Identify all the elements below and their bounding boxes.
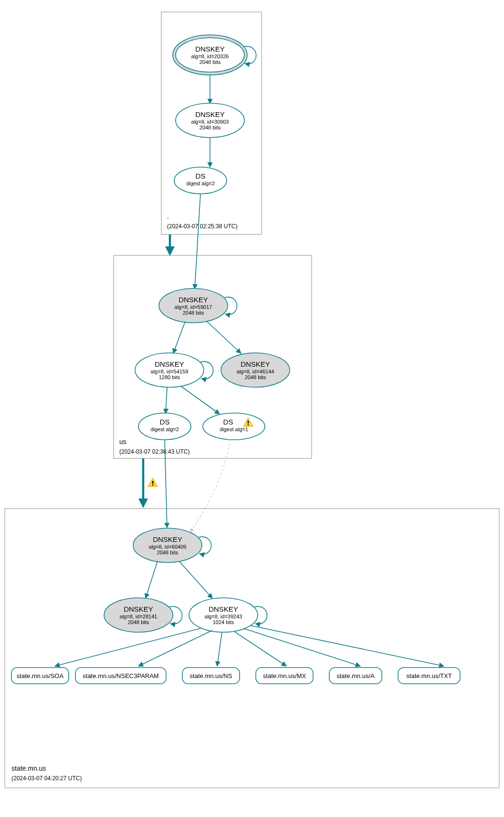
rrset-soa: state.mn.us/SOA [11, 668, 69, 684]
svg-text:alg=8, id=39243: alg=8, id=39243 [205, 614, 242, 619]
edge-zsk-txt [251, 626, 444, 666]
zone-root: . (2024-03-07 02:25:38 UTC) DNSKEY alg=8… [161, 12, 262, 234]
svg-text:1024 bits: 1024 bits [213, 619, 234, 625]
svg-rect-34 [5, 509, 499, 788]
node-us-key2: DNSKEY alg=8, id=46144 2048 bits [221, 353, 290, 387]
svg-text:DNSKEY: DNSKEY [195, 110, 225, 118]
svg-text:state.mn.us/TXT: state.mn.us/TXT [406, 672, 452, 679]
node-state-zsk: DNSKEY alg=8, id=39243 1024 bits [189, 598, 258, 632]
zone-us: us (2024-03-07 02:36:43 UTC) DNSKEY alg=… [114, 255, 312, 458]
node-root-zsk: DNSKEY alg=8, id=30903 2048 bits [176, 103, 244, 138]
rrset-txt: state.mn.us/TXT [398, 668, 460, 684]
node-us-ksk: DNSKEY alg=8, id=59017 2048 bits [159, 288, 228, 323]
edge-state-ksk-zsk [179, 561, 212, 598]
zone-us-timestamp: (2024-03-07 02:36:43 UTC) [119, 448, 189, 455]
svg-text:DNSKEY: DNSKEY [155, 360, 184, 368]
edge-zsk-nsec3 [138, 630, 212, 666]
svg-text:2048 bits: 2048 bits [200, 125, 221, 130]
svg-text:alg=8, id=60409: alg=8, id=60409 [149, 544, 187, 550]
zone-root-timestamp: (2024-03-07 02:25:38 UTC) [167, 223, 237, 230]
svg-text:2048 bits: 2048 bits [245, 374, 266, 380]
svg-text:alg=8, id=20326: alg=8, id=20326 [191, 53, 229, 59]
node-us-ds2: DS digest alg=1 [203, 413, 265, 440]
svg-text:digest alg=1: digest alg=1 [220, 426, 248, 432]
svg-text:DNSKEY: DNSKEY [153, 535, 182, 543]
edge-zsk-mx [234, 631, 286, 666]
rrset-ns: state.mn.us/NS [182, 668, 240, 684]
edge-us-zsk-ds1 [166, 387, 167, 414]
edge-us-ksk-zsk [173, 321, 185, 353]
svg-text:DNSKEY: DNSKEY [209, 605, 238, 613]
svg-text:digest alg=2: digest alg=2 [150, 426, 179, 432]
edge-zsk-soa [55, 628, 200, 666]
node-state-key2: DNSKEY alg=8, id=28141 2048 bits [104, 598, 173, 632]
svg-text:DS: DS [196, 172, 206, 180]
edge-root-ds-us-ksk [195, 194, 200, 289]
svg-text:DS: DS [223, 418, 233, 426]
svg-text:state.mn.us/SOA: state.mn.us/SOA [17, 672, 64, 679]
svg-text:digest alg=2: digest alg=2 [186, 180, 215, 186]
zone-statemnus: state.mn.us (2024-03-07 04:20:27 UTC) DN… [5, 509, 499, 788]
edge-us-zsk-ds2 [180, 386, 220, 414]
warning-icon [148, 478, 158, 487]
svg-text:2048 bits: 2048 bits [200, 59, 221, 65]
edge-us-ds2-state-ksk [190, 439, 230, 532]
svg-text:alg=8, id=54159: alg=8, id=54159 [151, 369, 189, 374]
node-root-ksk: DNSKEY alg=8, id=20326 2048 bits [173, 35, 247, 75]
node-us-ds1: DS digest alg=2 [138, 413, 191, 440]
svg-text:DNSKEY: DNSKEY [241, 360, 270, 368]
svg-text:alg=8, id=46144: alg=8, id=46144 [237, 369, 274, 374]
dnssec-diagram: . (2024-03-07 02:25:38 UTC) DNSKEY alg=8… [0, 0, 504, 817]
svg-text:state.mn.us/NSEC3PARAM: state.mn.us/NSEC3PARAM [83, 672, 158, 679]
svg-text:2048 bits: 2048 bits [157, 550, 178, 555]
svg-text:2048 bits: 2048 bits [183, 310, 204, 316]
node-us-zsk: DNSKEY alg=8, id=54159 1280 bits [135, 353, 204, 387]
edge-zsk-a [243, 628, 360, 666]
edge-state-ksk-key2 [146, 561, 158, 598]
svg-text:DNSKEY: DNSKEY [178, 296, 208, 304]
zone-state-timestamp: (2024-03-07 04:20:27 UTC) [11, 775, 82, 782]
svg-text:DNSKEY: DNSKEY [124, 605, 153, 613]
rrset-mx: state.mn.us/MX [256, 668, 313, 684]
svg-text:alg=8, id=30903: alg=8, id=30903 [191, 119, 229, 125]
edge-us-ksk-key2 [206, 321, 241, 353]
node-root-ds: DS digest alg=2 [174, 167, 227, 194]
svg-text:state.mn.us/A: state.mn.us/A [336, 672, 375, 679]
zone-state-name: state.mn.us [11, 764, 46, 772]
svg-text:alg=8, id=28141: alg=8, id=28141 [120, 614, 158, 619]
svg-text:DS: DS [160, 418, 170, 426]
svg-text:state.mn.us/NS: state.mn.us/NS [190, 672, 232, 679]
edge-zsk-ns [217, 632, 222, 666]
svg-text:DNSKEY: DNSKEY [195, 45, 225, 53]
rrset-a: state.mn.us/A [329, 668, 382, 684]
zone-root-name: . [167, 212, 169, 220]
zone-us-name: us [119, 438, 126, 446]
svg-text:1280 bits: 1280 bits [159, 374, 180, 380]
svg-text:state.mn.us/MX: state.mn.us/MX [263, 672, 306, 679]
node-state-ksk: DNSKEY alg=8, id=60409 2048 bits [133, 528, 202, 562]
svg-text:alg=8, id=59017: alg=8, id=59017 [175, 304, 212, 310]
svg-text:2048 bits: 2048 bits [128, 619, 149, 625]
rrset-nsec3param: state.mn.us/NSEC3PARAM [75, 668, 166, 684]
